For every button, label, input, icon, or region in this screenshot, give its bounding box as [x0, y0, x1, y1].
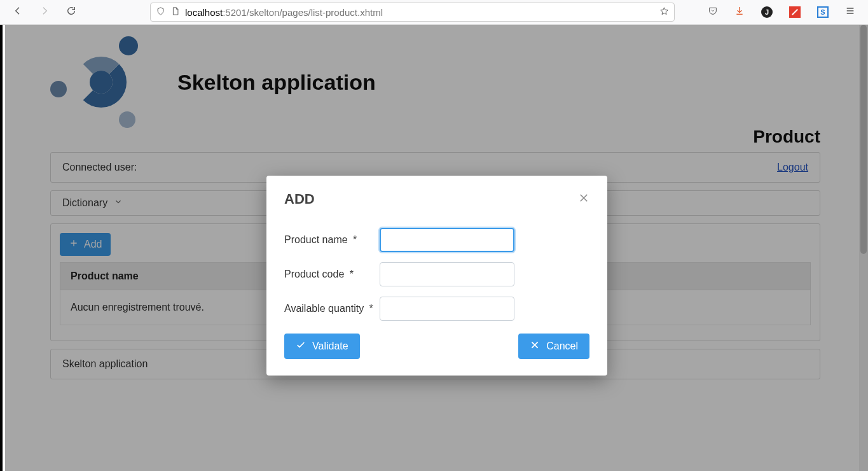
- cancel-button-label: Cancel: [546, 341, 578, 352]
- product-name-label: Product name: [284, 234, 348, 245]
- back-button[interactable]: [13, 6, 23, 18]
- required-marker: *: [350, 269, 354, 279]
- dialog-title: ADD: [284, 191, 315, 207]
- product-name-input[interactable]: [380, 228, 514, 252]
- product-code-label: Product code: [284, 269, 344, 279]
- download-icon[interactable]: [734, 6, 745, 18]
- x-icon: [530, 340, 540, 353]
- required-marker: *: [369, 303, 373, 314]
- page-icon: [170, 6, 180, 18]
- check-icon: [296, 340, 306, 353]
- hamburger-menu-icon[interactable]: [845, 6, 855, 18]
- pocket-icon[interactable]: [708, 6, 718, 18]
- url-text: localhost:5201/skelton/pages/list-produc…: [185, 7, 383, 18]
- browser-toolbar: localhost:5201/skelton/pages/list-produc…: [0, 0, 868, 25]
- profile-icon[interactable]: J: [761, 6, 773, 18]
- toolbar-right: J S: [708, 6, 862, 18]
- dialog-close-button[interactable]: [578, 192, 589, 206]
- field-row-product-name: Product name *: [284, 228, 589, 252]
- validate-button-label: Validate: [312, 341, 348, 352]
- extension-s-icon[interactable]: S: [817, 6, 829, 18]
- field-row-product-code: Product code *: [284, 262, 589, 286]
- available-quantity-label: Available quantity: [284, 303, 364, 314]
- bookmark-star-icon[interactable]: [659, 6, 669, 18]
- shield-icon: [156, 6, 165, 18]
- close-icon: [578, 192, 589, 204]
- product-code-input[interactable]: [380, 262, 514, 286]
- nav-buttons: [6, 6, 76, 18]
- url-bar[interactable]: localhost:5201/skelton/pages/list-produc…: [150, 3, 675, 22]
- forward-button[interactable]: [39, 6, 50, 18]
- field-row-available-quantity: Available quantity *: [284, 297, 589, 321]
- extension-red-icon[interactable]: [789, 6, 801, 18]
- url-host: localhost: [185, 7, 223, 18]
- viewport: Skelton application Product Connected us…: [0, 25, 868, 471]
- cancel-button[interactable]: Cancel: [518, 334, 589, 359]
- available-quantity-input[interactable]: [380, 297, 514, 321]
- url-path: :5201/skelton/pages/list-product.xhtml: [223, 7, 383, 18]
- add-product-dialog: ADD Product name * Product code * Availa…: [266, 176, 607, 376]
- required-marker: *: [353, 234, 357, 245]
- reload-button[interactable]: [66, 6, 76, 18]
- validate-button[interactable]: Validate: [284, 334, 360, 359]
